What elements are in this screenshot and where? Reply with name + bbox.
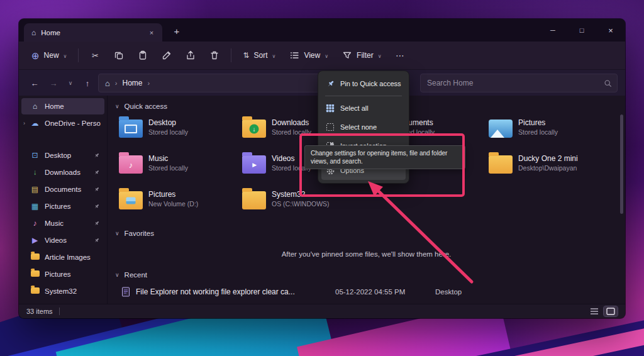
menu-separator <box>325 96 402 96</box>
see-more-button[interactable]: ⋯ <box>389 45 412 65</box>
file-tile-ducky[interactable]: Ducky One 2 mini Desktop\Dwaipayan <box>489 154 612 177</box>
large-icons-view-button[interactable] <box>604 306 618 316</box>
window-controls: ─ □ × <box>538 19 625 42</box>
plus-circle-icon: ⊕ <box>31 51 40 60</box>
delete-button[interactable] <box>203 45 226 65</box>
history-chevron-button[interactable]: ∨ <box>64 75 77 91</box>
options-tooltip: Change settings for opening items, file … <box>304 145 465 169</box>
pin-icon <box>93 152 101 159</box>
sort-label: Sort <box>254 51 268 60</box>
paste-icon <box>138 50 148 60</box>
documents-icon: ▤ <box>30 186 40 193</box>
select-all-icon <box>325 104 335 113</box>
sort-icon: ⇅ <box>243 51 249 60</box>
cut-button[interactable]: ✂ <box>84 45 106 65</box>
desktop-folder-icon <box>119 120 143 138</box>
search-input[interactable] <box>421 79 617 87</box>
sidebar-item-pictures-folder[interactable]: Pictures <box>21 266 104 282</box>
sidebar-item-downloads[interactable]: ↓ Downloads <box>21 164 104 181</box>
favorites-empty-text: After you've pinned some files, we'll sh… <box>108 250 625 258</box>
copy-button[interactable] <box>108 45 130 65</box>
recent-file-row[interactable]: File Explorer not working file explorer … <box>121 287 625 297</box>
sidebar-item-article-images[interactable]: Article Images <box>21 249 104 265</box>
pin-icon <box>93 237 101 244</box>
back-button[interactable]: ← <box>26 75 43 91</box>
sidebar-item-desktop[interactable]: ⊡ Desktop <box>21 147 104 164</box>
collapse-chevron-icon[interactable]: ∨ <box>115 230 119 236</box>
up-button[interactable]: ↑ <box>79 75 96 91</box>
pictures-image-icon <box>489 120 513 138</box>
file-tile-music[interactable]: Music Stored locally <box>119 154 242 177</box>
pin-icon <box>93 220 101 227</box>
menu-item-select-all[interactable]: Select all <box>321 99 406 118</box>
pictures-folder-icon <box>119 191 143 209</box>
filter-label: Filter <box>357 51 374 60</box>
view-icon <box>289 50 299 60</box>
music-icon: ♪ <box>30 220 40 227</box>
folder-icon <box>30 270 40 278</box>
onedrive-cloud-icon: ☁ <box>30 120 40 127</box>
videos-folder-icon <box>242 155 266 174</box>
sidebar-item-pictures[interactable]: ▦ Pictures <box>21 198 104 214</box>
sidebar-item-documents[interactable]: ▤ Documents <box>21 181 104 197</box>
toolbar-separator <box>78 48 79 62</box>
view-button[interactable]: View ∨ <box>283 45 335 65</box>
view-toggle-group <box>587 306 618 316</box>
tab-close-icon[interactable]: × <box>146 27 157 38</box>
share-button[interactable] <box>179 45 202 65</box>
file-tile-system32[interactable]: System32 OS (C:\WINDOWS) <box>242 190 365 213</box>
tab-home[interactable]: ⌂ Home × <box>24 23 162 42</box>
maximize-button[interactable]: □ <box>567 19 596 42</box>
rename-icon <box>162 50 172 60</box>
search-box[interactable] <box>420 74 618 92</box>
pin-icon <box>93 203 101 210</box>
sidebar-gap <box>21 132 104 147</box>
section-favorites[interactable]: ∨ Favorites <box>108 226 625 240</box>
sidebar-item-videos[interactable]: ▶ Videos <box>21 232 104 248</box>
new-button[interactable]: ⊕ New ∨ <box>25 45 73 65</box>
sort-button[interactable]: ⇅ Sort ∨ <box>236 45 282 65</box>
collapse-chevron-icon[interactable]: ∨ <box>115 103 119 109</box>
folder-icon <box>242 191 266 209</box>
recent-file-date: 05-12-2022 04:55 PM <box>335 288 430 296</box>
pin-icon <box>93 169 101 176</box>
section-recent[interactable]: ∨ Recent <box>108 268 625 282</box>
sidebar-item-music[interactable]: ♪ Music <box>21 215 104 231</box>
menu-item-pin-to-quick-access[interactable]: Pin to Quick access <box>321 74 406 93</box>
vertical-scrollbar[interactable] <box>620 114 623 214</box>
breadcrumb-home[interactable]: Home <box>123 79 143 87</box>
command-toolbar: ⊕ New ∨ ✂ ⇅ Sort <box>19 42 625 70</box>
status-divider <box>59 308 60 315</box>
paste-button[interactable] <box>131 45 154 65</box>
recent-file-name: File Explorer not working file explorer … <box>136 287 330 296</box>
expand-chevron-icon[interactable]: › <box>23 120 25 126</box>
forward-button[interactable]: → <box>45 75 62 91</box>
collapse-chevron-icon[interactable]: ∨ <box>115 272 119 278</box>
home-icon: ⌂ <box>30 103 40 110</box>
sidebar-item-home[interactable]: ⌂ Home <box>21 98 104 114</box>
chevron-down-icon: ∨ <box>272 53 276 59</box>
details-view-button[interactable] <box>587 306 601 316</box>
close-button[interactable]: × <box>596 19 625 42</box>
file-tile-pictures[interactable]: Pictures Stored locally <box>489 118 612 141</box>
home-icon: ⌂ <box>31 28 36 37</box>
tab-title: Home <box>41 29 141 36</box>
minimize-button[interactable]: ─ <box>538 19 567 42</box>
view-label: View <box>304 51 320 60</box>
document-icon <box>121 287 130 297</box>
sidebar-item-system32[interactable]: System32 <box>21 283 104 299</box>
rename-button[interactable] <box>155 45 178 65</box>
file-tile-desktop[interactable]: Desktop Stored locally <box>119 118 242 141</box>
videos-icon: ▶ <box>30 236 40 244</box>
items-count: 33 items <box>26 308 53 315</box>
sidebar-item-onedrive[interactable]: › ☁ OneDrive - Perso <box>21 115 104 131</box>
menu-item-select-none[interactable]: Select none <box>321 118 406 136</box>
select-none-icon <box>325 123 335 131</box>
chevron-right-icon: › <box>148 79 150 87</box>
pictures-icon: ▦ <box>30 203 40 210</box>
chevron-right-icon: › <box>115 79 118 87</box>
file-tile-pictures-d[interactable]: Pictures New Volume (D:) <box>119 190 242 213</box>
filter-button[interactable]: Filter ∨ <box>336 45 388 65</box>
toolbar-separator <box>231 48 231 62</box>
new-tab-button[interactable]: + <box>169 23 185 40</box>
